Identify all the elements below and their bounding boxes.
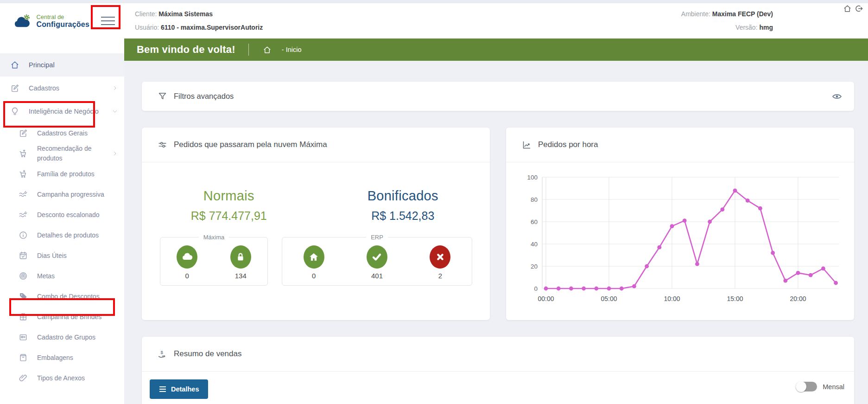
sidebar-item-label: Tipos de Anexos xyxy=(37,373,85,383)
user-value: 6110 - maxima.SupervisorAutoriz xyxy=(161,24,263,31)
chart-card-title: Pedidos por hora xyxy=(538,140,598,149)
logout-icon[interactable] xyxy=(855,4,863,13)
details-button-label: Detalhes xyxy=(171,385,199,393)
sales-summary-card: $ Resumo de vendas Detalhes Mensal xyxy=(142,337,854,404)
sidebar-item-label: Dias Úteis xyxy=(37,251,67,261)
check-icon xyxy=(367,245,387,269)
edit-icon xyxy=(19,128,28,138)
advanced-filters-panel[interactable]: Filtros avançados xyxy=(142,82,854,111)
target-icon xyxy=(19,271,28,281)
hamburger-icon xyxy=(101,17,115,18)
content: Filtros avançados Pedidos que passaram p… xyxy=(124,61,868,404)
group-icon xyxy=(19,333,28,342)
breadcrumb: - Inicio xyxy=(282,46,302,53)
svg-text:100: 100 xyxy=(527,174,538,181)
home-icon[interactable] xyxy=(263,45,272,54)
stat-group-legend: Máxima xyxy=(199,234,229,241)
sales-card-header: $ Resumo de vendas xyxy=(142,337,854,372)
stat-count: 134 xyxy=(230,272,251,280)
sidebar-item-cadastro-de-grupos[interactable]: Cadastro de Grupos xyxy=(0,327,124,347)
sidebar-item-label: Desconto escalonado xyxy=(37,210,100,220)
sidebar-item-tipos-de-anexos[interactable]: Tipos de Anexos xyxy=(0,368,124,388)
monthly-toggle[interactable] xyxy=(796,382,817,391)
chartline-icon xyxy=(522,140,532,150)
eye-icon[interactable] xyxy=(832,91,842,102)
sidebar-item-label: Inteligência de Negócio xyxy=(29,107,99,116)
stat-group-legend: ERP xyxy=(366,234,388,241)
version-label: Versão: xyxy=(735,24,757,31)
sidebar-item-principal[interactable]: Principal xyxy=(0,53,124,77)
sidebar-item-label: Principal xyxy=(29,60,55,70)
app-logo[interactable]: Central de Configurações xyxy=(13,11,89,31)
stat-count: 401 xyxy=(367,272,387,280)
pedidos-por-hora-chart: 02040608010000:0005:0010:0015:0020:00 xyxy=(514,169,844,308)
env-value: Maxima FECP (Dev) xyxy=(712,10,773,18)
stat-group-maxima: Máxima 0 134 xyxy=(160,234,268,286)
stat-lock: 134 xyxy=(230,245,251,280)
cart-icon xyxy=(19,149,28,158)
cart-icon xyxy=(19,169,28,179)
toggle-knob xyxy=(796,381,806,392)
sidebar-item-label: Cadastros xyxy=(29,83,59,93)
stat-x: 2 xyxy=(430,245,450,280)
sliders-icon xyxy=(158,140,167,150)
orders-stat-groups: Máxima 0 134ERP 0 401 2 xyxy=(142,234,490,286)
stat-count: 0 xyxy=(177,272,197,280)
sidebar-item-label: Embalagens xyxy=(37,353,73,363)
logo-line1: Central de xyxy=(36,13,89,20)
sidebar-item-inteligencia-de-negocio[interactable]: Inteligência de Negócio xyxy=(0,100,124,123)
env-label: Ambiente: xyxy=(681,10,710,18)
client-info: Cliente: Máxima Sistemas Usuário: 6110 -… xyxy=(135,7,263,34)
edit-icon xyxy=(10,83,19,93)
toggle-label: Mensal xyxy=(823,383,844,391)
svg-text:$: $ xyxy=(161,349,164,354)
home-icon[interactable] xyxy=(843,4,852,13)
waves-icon xyxy=(19,210,28,219)
stat-home: 0 xyxy=(304,245,324,280)
handdollar-icon: $ xyxy=(158,349,167,359)
sidebar-item-campanha-progressiva[interactable]: Campanha progressiva xyxy=(0,184,124,205)
sidebar-item-detalhes-de-produtos[interactable]: Detalhes de produtos xyxy=(0,225,124,245)
sidebar-item-familia-de-produtos[interactable]: Família de produtos xyxy=(0,164,124,184)
sidebar-item-label: Combo de Descontos xyxy=(37,292,100,301)
client-label: Cliente: xyxy=(135,10,157,18)
sidebar-item-cadastros[interactable]: Cadastros xyxy=(0,77,124,100)
svg-text:20:00: 20:00 xyxy=(790,295,806,302)
cloud-gear-icon xyxy=(13,11,32,31)
version-value: hmg xyxy=(759,24,773,31)
sidebar-item-label: Detalhes de produtos xyxy=(37,231,99,240)
normais-label: Normais xyxy=(142,188,316,204)
waves-icon xyxy=(19,190,28,199)
home-icon xyxy=(10,60,19,70)
svg-text:00:00: 00:00 xyxy=(538,295,554,302)
sidebar-item-recomendacao-de-produtos[interactable]: Recomendação de produtos xyxy=(0,143,124,164)
svg-text:40: 40 xyxy=(531,241,538,248)
tag-icon xyxy=(19,292,28,301)
lock-icon xyxy=(230,245,251,269)
sidebar-item-label: Recomendação de produtos xyxy=(37,144,110,163)
corner-actions xyxy=(843,4,863,13)
home-icon xyxy=(304,245,324,269)
sidebar-item-label: Família de produtos xyxy=(37,169,95,179)
main-area: Bem vindo de volta! - Inicio Filtros ava… xyxy=(124,38,868,404)
normais-value: R$ 774.477,91 xyxy=(142,209,316,223)
sidebar-item-dias-uteis[interactable]: Dias Úteis xyxy=(0,245,124,266)
sidebar-item-combo-de-descontos[interactable]: Combo de Descontos xyxy=(0,286,124,307)
sidebar: PrincipalCadastrosInteligência de Negóci… xyxy=(0,38,124,404)
sidebar-item-desconto-escalonado[interactable]: Desconto escalonado xyxy=(0,205,124,225)
sidebar-item-embalagens[interactable]: Embalagens xyxy=(0,347,124,368)
details-button[interactable]: Detalhes xyxy=(150,379,208,399)
hamburger-menu-button[interactable] xyxy=(96,12,120,30)
orders-totals: Normais R$ 774.477,91 Bonificados R$ 1.5… xyxy=(142,188,490,223)
client-value: Máxima Sistemas xyxy=(158,10,213,18)
sidebar-item-metas[interactable]: Metas xyxy=(0,266,124,286)
app-root: Central de Configurações Cliente: Máxima… xyxy=(0,0,868,404)
box-icon xyxy=(19,353,28,362)
orders-card-header: Pedidos que passaram pela nuvem Máxima xyxy=(142,128,490,162)
orders-cloud-card: Pedidos que passaram pela nuvem Máxima N… xyxy=(142,128,490,320)
sidebar-item-campanha-de-brindes[interactable]: Campanha de Brindes xyxy=(0,307,124,327)
sidebar-item-cadastros-gerais[interactable]: Cadastros Gerais xyxy=(0,123,124,143)
logo-line2: Configurações xyxy=(36,20,89,29)
stat-group-erp: ERP 0 401 2 xyxy=(282,234,472,286)
bonificados-label: Bonificados xyxy=(316,188,490,204)
